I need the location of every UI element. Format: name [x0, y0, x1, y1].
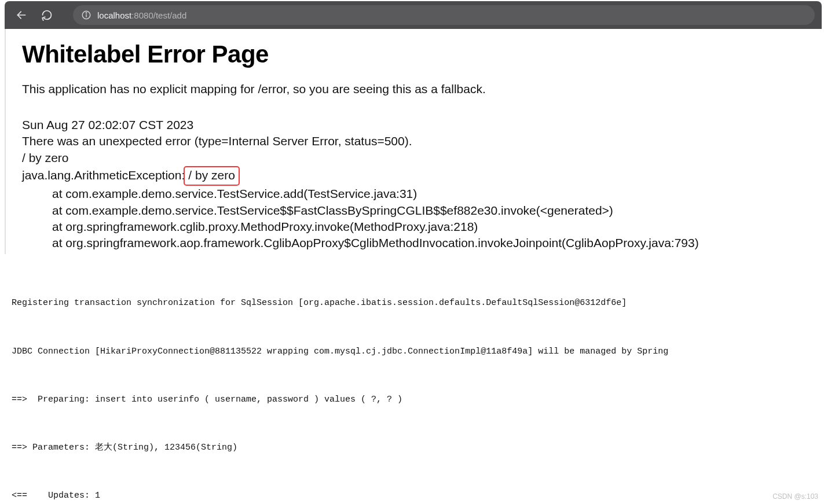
- stack-line: at org.springframework.aop.framework.Cgl…: [52, 235, 809, 251]
- url-text: localhost:8080/test/add: [97, 10, 186, 20]
- site-info-icon[interactable]: [81, 10, 91, 20]
- svg-point-3: [86, 13, 86, 13]
- reload-button[interactable]: [37, 5, 57, 25]
- browser-toolbar: localhost:8080/test/add: [5, 1, 822, 29]
- log-line: Registering transaction synchronization …: [12, 295, 824, 311]
- arrow-left-icon: [16, 9, 27, 21]
- reload-icon: [41, 9, 53, 21]
- error-message: / by zero: [22, 150, 809, 166]
- address-bar[interactable]: localhost:8080/test/add: [73, 5, 815, 25]
- stack-trace: at com.example.demo.service.TestService.…: [22, 186, 809, 251]
- log-line: <== Updates: 1: [12, 488, 824, 504]
- error-page: Whitelabel Error Page This application h…: [5, 29, 822, 254]
- log-line: ==> Parameters: 老大(String), 123456(Strin…: [12, 440, 824, 456]
- exception-line: java.lang.ArithmeticException: / by zero: [22, 166, 809, 186]
- stack-line: at com.example.demo.service.TestService$…: [52, 203, 809, 219]
- error-timestamp: Sun Aug 27 02:02:07 CST 2023: [22, 117, 809, 133]
- log-line: ==> Preparing: insert into userinfo ( us…: [12, 392, 824, 408]
- watermark: CSDN @s:103: [772, 492, 818, 501]
- back-button[interactable]: [12, 5, 31, 25]
- stack-line: at org.springframework.cglib.proxy.Metho…: [52, 219, 809, 235]
- log-line: JDBC Connection [HikariProxyConnection@8…: [12, 344, 824, 360]
- error-summary: There was an unexpected error (type=Inte…: [22, 133, 809, 149]
- url-path: :8080/test/add: [131, 10, 186, 20]
- exception-highlight: / by zero: [184, 166, 240, 186]
- page-title: Whitelabel Error Page: [22, 41, 809, 68]
- exception-class: java.lang.ArithmeticException:: [22, 168, 185, 182]
- url-host: localhost: [97, 10, 131, 20]
- stack-line: at com.example.demo.service.TestService.…: [52, 186, 809, 202]
- fallback-message: This application has no explicit mapping…: [22, 82, 809, 96]
- console-log: Registering transaction synchronization …: [0, 254, 824, 504]
